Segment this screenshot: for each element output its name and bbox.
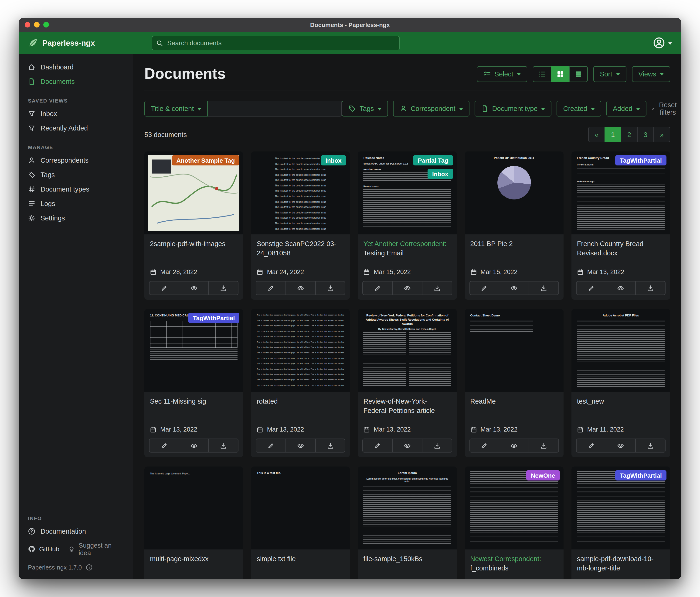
document-title[interactable]: Newest Correspondent: f_combineds [465,549,563,573]
views-button[interactable]: Views [632,66,670,82]
pagination-page-1-button[interactable]: 1 [604,127,621,142]
pagination-page-2-button[interactable]: 2 [621,127,638,142]
document-title[interactable]: ReadMe [465,392,563,406]
sidebar-item-document-types[interactable]: Document types [19,182,133,196]
document-thumbnail[interactable]: Contact Sheet Demo [465,309,563,392]
edit-document-button[interactable] [469,281,499,295]
document-title[interactable]: 2sample-pdf-with-images [144,234,243,248]
document-title[interactable]: sample-pdf-download-10-mb-longer-title [572,549,670,573]
tag-newone[interactable]: NewOne [526,470,560,480]
document-title[interactable]: Sonstige ScanPC2022 03-24_081058 [251,234,350,258]
view-document-button[interactable] [606,281,636,295]
download-document-button[interactable] [529,438,559,453]
document-title[interactable]: Yet Another Correspondent: Testing Email [358,234,457,258]
view-document-button[interactable] [499,281,529,295]
sidebar-item-documents[interactable]: Documents [19,74,133,89]
document-title[interactable]: test_new [572,392,670,406]
select-button[interactable]: Select [477,66,527,82]
download-document-button[interactable] [422,438,452,453]
document-correspondent[interactable]: Newest Correspondent: [470,555,541,563]
document-thumbnail[interactable]: 11. CONTINUING MEDICAL EDUCATagWithParti… [144,309,243,392]
reset-filters-button[interactable]: Reset filters [652,101,678,116]
sidebar-item-recently-added[interactable]: Recently Added [19,121,133,135]
view-grid-button[interactable] [551,66,570,82]
sort-button[interactable]: Sort [593,66,626,82]
title-content-input[interactable] [208,101,342,117]
view-document-button[interactable] [499,438,529,453]
view-document-button[interactable] [179,438,209,453]
download-document-button[interactable] [529,281,559,295]
view-details-button[interactable] [569,66,588,82]
sidebar-link-suggest-an-idea[interactable]: Suggest an idea [68,542,123,556]
sidebar-item-inbox[interactable]: Inbox [19,106,133,121]
download-document-button[interactable] [315,438,345,453]
view-list-button[interactable] [533,66,551,82]
download-document-button[interactable] [422,281,452,295]
sidebar-item-correspondents[interactable]: Correspondents [19,153,133,167]
tag-tagwithpartial[interactable]: TagWithPartial [189,313,240,323]
tag-tagwithpartial[interactable]: TagWithPartial [615,470,667,480]
document-thumbnail[interactable]: Adobe Acrobat PDF Files [572,309,670,392]
sidebar-item-documentation[interactable]: Documentation [19,524,133,538]
edit-document-button[interactable] [576,438,606,453]
sidebar-item-dashboard[interactable]: Dashboard [19,59,133,74]
download-document-button[interactable] [208,281,239,295]
document-thumbnail[interactable]: Lorem ipsumLorem ipsum dolor sit amet, c… [358,467,457,549]
edit-document-button[interactable] [362,438,393,453]
tags-filter-button[interactable]: Tags [342,101,388,117]
added-filter-button[interactable]: Added [606,101,646,117]
download-document-button[interactable] [208,438,239,453]
edit-document-button[interactable] [362,281,393,295]
document-title[interactable]: simple txt file [251,549,350,564]
view-document-button[interactable] [285,281,316,295]
view-document-button[interactable] [179,281,209,295]
sidebar-item-logs[interactable]: Logs [19,196,133,211]
zoom-window-button[interactable] [43,22,49,27]
document-title[interactable]: 2011 BP Pie 2 [465,234,563,248]
sidebar-item-settings[interactable]: Settings [19,211,133,225]
download-document-button[interactable] [635,281,666,295]
edit-document-button[interactable] [149,438,179,453]
document-title[interactable]: rotated [251,392,350,406]
title-content-dropdown[interactable]: Title & content [144,101,208,117]
document-thumbnail[interactable]: Review of New York Federal Petitions for… [358,309,457,392]
document-thumbnail[interactable]: French Country BreadFor the Leaven:Make … [572,151,670,234]
document-title[interactable]: French Country Bread Revised.docx [572,234,670,258]
correspondent-filter-button[interactable]: Correspondent [393,101,470,117]
info-icon[interactable] [85,564,93,571]
tag-tagwithpartial[interactable]: TagWithPartial [615,155,667,165]
document-thumbnail[interactable]: This is a multi page document. Page 1. [144,467,243,549]
document-type-filter-button[interactable]: Document type [474,101,551,117]
document-title[interactable]: Sec 11-Missing sig [144,392,243,406]
pagination-next-button[interactable]: » [653,127,670,142]
pagination-prev-button[interactable]: « [588,127,605,142]
sidebar-link-github[interactable]: GitHub [28,545,59,553]
document-thumbnail[interactable]: This is a test for the double space char… [251,151,350,234]
document-thumbnail[interactable]: This is a test file. [251,467,350,549]
close-window-button[interactable] [25,22,30,27]
tag-another-sample-tag[interactable]: Another Sample Tag [172,155,240,165]
document-title[interactable]: file-sample_150kBs [358,549,457,564]
document-thumbnail[interactable]: This is the text that appears on the fir… [251,309,350,392]
download-document-button[interactable] [315,281,345,295]
document-correspondent[interactable]: Yet Another Correspondent: [364,240,447,247]
view-document-button[interactable] [285,438,316,453]
document-title[interactable]: multi-page-mixedxx [144,549,243,564]
search-input[interactable] [152,35,400,50]
view-document-button[interactable] [392,281,422,295]
user-menu-button[interactable] [653,37,672,49]
edit-document-button[interactable] [469,438,499,453]
document-thumbnail[interactable]: Another Sample Tag [144,151,243,234]
edit-document-button[interactable] [149,281,179,295]
document-thumbnail[interactable]: Release NotesSimba ODBC Driver for SQL S… [358,151,457,234]
edit-document-button[interactable] [256,438,286,453]
sidebar-item-tags[interactable]: Tags [19,167,133,182]
download-document-button[interactable] [635,438,666,453]
document-thumbnail[interactable]: TagWithPartial [572,467,670,549]
created-filter-button[interactable]: Created [557,101,601,117]
minimize-window-button[interactable] [34,22,40,27]
pagination-page-3-button[interactable]: 3 [637,127,654,142]
document-title[interactable]: Review-of-New-York-Federal-Petitions-art… [358,392,457,415]
edit-document-button[interactable] [256,281,286,295]
tag-inbox[interactable]: Inbox [321,155,346,165]
